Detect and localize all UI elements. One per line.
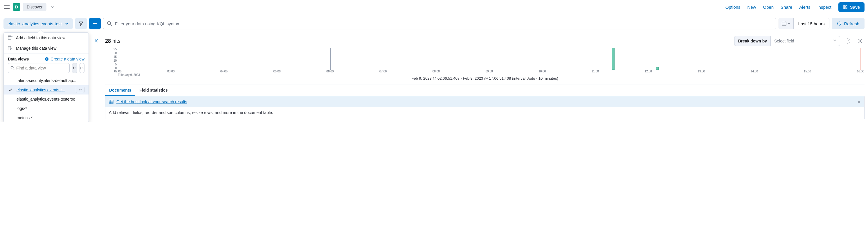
manage-data-view-item[interactable]: Manage this data view bbox=[4, 43, 89, 53]
data-view-list-item[interactable]: logs-* bbox=[4, 104, 89, 113]
add-field-label: Add a field to this data view bbox=[16, 35, 65, 40]
calendar-icon bbox=[782, 21, 786, 26]
plus-circle-icon bbox=[45, 57, 49, 61]
add-filter-button[interactable] bbox=[89, 18, 101, 29]
breakdown-label: Break down by bbox=[734, 36, 771, 46]
refresh-button[interactable]: Refresh bbox=[832, 18, 865, 29]
data-view-popover: Add a field to this data view Manage thi… bbox=[3, 32, 89, 123]
refresh-label: Refresh bbox=[844, 21, 859, 26]
data-view-item-label: .alerts-security.alerts-default,ap... bbox=[17, 78, 76, 83]
time-picker[interactable]: Last 15 hours bbox=[779, 18, 830, 29]
calendar-button[interactable] bbox=[779, 18, 794, 29]
x-axis: 02:0003:0004:0005:0006:0007:0008:0009:00… bbox=[118, 70, 861, 74]
search-icon bbox=[107, 21, 112, 26]
manage-icon bbox=[8, 46, 12, 51]
new-link[interactable]: New bbox=[747, 5, 756, 9]
time-range-label[interactable]: Last 15 hours bbox=[794, 21, 829, 26]
callout-body: Add relevant fields, reorder and sort co… bbox=[105, 107, 865, 119]
data-view-search[interactable] bbox=[8, 63, 70, 73]
histogram-bar[interactable] bbox=[612, 48, 615, 70]
breakdown-placeholder: Select field bbox=[774, 39, 794, 43]
sort-desc-button[interactable] bbox=[80, 63, 85, 73]
data-views-title: Data views bbox=[8, 57, 29, 61]
svg-point-9 bbox=[845, 39, 850, 43]
search-icon bbox=[10, 66, 14, 70]
data-view-name: elastic_analytics.events-test bbox=[7, 21, 62, 26]
histogram-bar[interactable] bbox=[656, 67, 659, 70]
enter-key-icon bbox=[76, 87, 85, 93]
inspect-link[interactable]: Inspect bbox=[817, 5, 831, 9]
refresh-icon bbox=[837, 21, 842, 26]
data-view-item-label: logs-* bbox=[17, 106, 27, 111]
breadcrumb-discover[interactable]: Discover bbox=[23, 3, 46, 11]
svg-rect-8 bbox=[782, 22, 786, 26]
y-axis: 2520151050 bbox=[106, 48, 117, 70]
options-link[interactable]: Options bbox=[725, 5, 741, 9]
share-link[interactable]: Share bbox=[781, 5, 792, 9]
table-icon bbox=[109, 100, 114, 104]
open-link[interactable]: Open bbox=[763, 5, 774, 9]
data-view-item-label: metrics-* bbox=[17, 115, 32, 120]
data-view-item-label: elastic_analytics.events-testeroo bbox=[17, 97, 75, 102]
svg-rect-0 bbox=[8, 37, 11, 39]
save-button[interactable]: Save bbox=[838, 2, 865, 12]
add-field-icon bbox=[8, 35, 12, 40]
svg-rect-11 bbox=[109, 100, 113, 104]
menu-icon[interactable] bbox=[3, 3, 10, 10]
data-view-selector[interactable]: elastic_analytics.events-test bbox=[3, 18, 73, 29]
create-label: Create a data view bbox=[51, 57, 85, 61]
callout: Get the best look at your search results bbox=[105, 96, 865, 107]
data-view-search-input[interactable] bbox=[16, 66, 67, 70]
hits-count: 28 hits bbox=[105, 38, 121, 44]
filter-button[interactable] bbox=[75, 18, 87, 29]
edit-visualization-button[interactable] bbox=[843, 36, 852, 46]
data-view-list-item[interactable]: .alerts-security.alerts-default,ap... bbox=[4, 76, 89, 85]
manage-label: Manage this data view bbox=[16, 46, 56, 51]
chart-options-button[interactable] bbox=[855, 36, 865, 46]
filter-icon bbox=[79, 21, 83, 26]
plot-area bbox=[118, 48, 861, 70]
add-field-item[interactable]: Add a field to this data view bbox=[4, 32, 89, 43]
svg-point-10 bbox=[859, 40, 861, 42]
chevron-down-icon[interactable] bbox=[51, 5, 54, 9]
alerts-link[interactable]: Alerts bbox=[799, 5, 810, 9]
callout-close-button[interactable] bbox=[857, 100, 861, 104]
plus-icon bbox=[93, 22, 97, 26]
svg-rect-1 bbox=[8, 36, 11, 37]
kql-search[interactable] bbox=[103, 18, 776, 29]
data-view-list-item[interactable]: elastic_analytics.events-t... bbox=[4, 85, 89, 95]
avatar[interactable]: D bbox=[13, 3, 20, 11]
data-view-list-item[interactable]: elastic_analytics.events-testeroo bbox=[4, 95, 89, 104]
data-view-list-item[interactable]: metrics-* bbox=[4, 113, 89, 123]
interval-text: Feb 9, 2023 @ 02:06:51.408 - Feb 9, 2023… bbox=[105, 76, 865, 81]
tab-documents[interactable]: Documents bbox=[105, 85, 135, 96]
histogram-chart[interactable]: 2520151050 02:0003:0004:0005:0006:0007:0… bbox=[106, 48, 863, 74]
create-data-view-link[interactable]: Create a data view bbox=[45, 57, 85, 61]
tab-field-statistics[interactable]: Field statistics bbox=[135, 85, 172, 96]
check-icon bbox=[8, 88, 12, 92]
svg-point-7 bbox=[107, 22, 110, 25]
sort-asc-button[interactable] bbox=[72, 63, 77, 73]
svg-point-6 bbox=[11, 66, 13, 69]
chevron-down-icon bbox=[833, 39, 836, 42]
breakdown-select[interactable]: Select field bbox=[771, 36, 840, 46]
save-label: Save bbox=[850, 5, 860, 9]
collapse-sidebar-button[interactable] bbox=[95, 38, 99, 43]
data-view-item-label: elastic_analytics.events-t... bbox=[17, 87, 65, 92]
callout-title[interactable]: Get the best look at your search results bbox=[116, 100, 187, 104]
chevron-down-icon bbox=[787, 22, 790, 25]
kql-input[interactable] bbox=[115, 21, 773, 26]
svg-rect-2 bbox=[8, 47, 11, 50]
